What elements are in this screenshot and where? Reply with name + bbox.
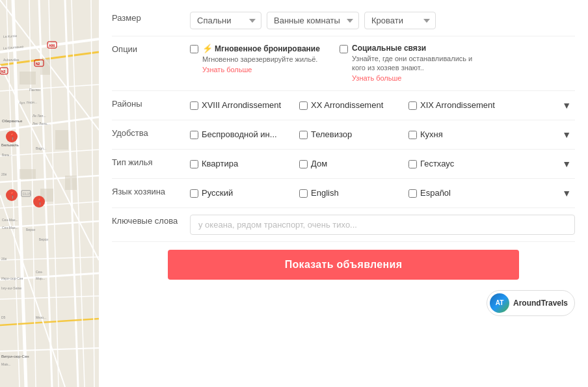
amenity-1-checkbox[interactable] [299, 131, 308, 139]
property-type-0-checkbox[interactable] [190, 160, 198, 168]
districts-more-button[interactable]: ▼ [558, 98, 575, 113]
size-dropdowns: Спальни Ванные комнаты Кровати [190, 12, 575, 29]
svg-text:Мор...: Мор... [36, 276, 45, 280]
filters-panel: Размер Спальни Ванные комнаты Кровати Оп… [99, 0, 588, 387]
svg-text:N2: N2 [1, 70, 6, 73]
svg-text:N2: N2 [36, 62, 40, 66]
instant-booking-option: ⚡ Мгновенное бронирование Мгновенно заре… [190, 43, 333, 84]
beds-dropdown[interactable]: Кровати [364, 12, 436, 29]
map-panel: La Courneuve La Kurnie Aubervilles Панте… [0, 0, 99, 387]
svg-text:D115: D115 [23, 192, 31, 196]
amenity-item-1: Телевизор [299, 129, 397, 139]
property-type-item-0: Квартира [190, 159, 287, 168]
social-connections-desc: Узнайте, где они останавливались и кого … [352, 54, 483, 73]
submit-button[interactable]: Показать объявления [168, 250, 519, 280]
host-lang-0-checkbox[interactable] [190, 189, 198, 198]
svg-text:Иври-сюр-Сен: Иври-сюр-Сен [1, 276, 23, 280]
bolt-icon: ⚡ [202, 43, 213, 55]
host-lang-1-label: English [311, 188, 339, 198]
svg-text:Мезо...: Мезо... [36, 315, 46, 319]
svg-rect-26 [20, 72, 36, 85]
districts-label: Районы [112, 98, 190, 109]
district-0-checkbox[interactable] [190, 101, 198, 110]
property-type-group: Квартира Дом Гестхаус ▼ [190, 156, 575, 172]
instant-booking-checkbox[interactable] [190, 45, 198, 53]
property-type-label: Тип жилья [112, 156, 190, 167]
amenities-more-button[interactable]: ▼ [558, 127, 575, 142]
instant-booking-learn-more[interactable]: Узнать больше [202, 65, 320, 75]
svg-text:Лec Лила...: Лec Лила... [33, 122, 49, 126]
amenities-label: Удобства [112, 127, 190, 138]
options-label: Опции [112, 43, 190, 54]
amenity-1-label: Телевизор [311, 129, 352, 139]
size-label: Размер [112, 12, 190, 23]
logo-circle-icon: AT [490, 293, 509, 313]
svg-text:D5: D5 [1, 315, 6, 319]
size-filter-row: Размер Спальни Ванные комнаты Кровати [112, 5, 575, 36]
property-type-1-checkbox[interactable] [299, 160, 308, 168]
amenity-item-2: Кухня [408, 129, 506, 139]
keywords-filter-row: Ключевые слова [112, 208, 575, 242]
amenity-0-checkbox[interactable] [190, 131, 198, 139]
host-lang-0-label: Русский [202, 188, 233, 198]
instant-booking-title: ⚡ Мгновенное бронирование [202, 43, 320, 55]
svg-text:📍: 📍 [8, 191, 17, 200]
district-item-0: XVIII Arrondissement [190, 100, 287, 110]
dropdown-group: Спальни Ванные комнаты Кровати [190, 12, 575, 29]
property-type-2-checkbox[interactable] [408, 160, 417, 168]
host-lang-2-checkbox[interactable] [408, 189, 417, 198]
svg-rect-28 [55, 130, 68, 150]
amenity-2-label: Кухня [420, 129, 443, 139]
district-1-label: XX Arrondissement [311, 100, 383, 110]
keywords-content [190, 215, 575, 235]
property-type-1-label: Дом [311, 159, 327, 168]
bathrooms-dropdown[interactable]: Ванные комнаты [267, 12, 359, 29]
property-type-filter-row: Тип жилья Квартира Дом Гестхаус ▼ [112, 150, 575, 179]
svg-text:Берси: Берси [39, 237, 48, 241]
host-lang-1-checkbox[interactable] [299, 189, 308, 198]
district-2-label: XIX Arrondissement [420, 100, 495, 110]
around-travels-logo: AT AroundTravels [487, 290, 575, 316]
svg-text:Обервилье: Обервилье [2, 119, 23, 123]
districts-group: XVIII Arrondissement XX Arrondissement X… [190, 98, 575, 113]
svg-text:📍: 📍 [36, 198, 44, 206]
svg-text:Лe Лил...: Лe Лил... [33, 114, 46, 118]
host-lang-more-button[interactable]: ▼ [558, 185, 575, 201]
bedrooms-dropdown[interactable]: Спальни [190, 12, 261, 29]
svg-text:Ivry-sur-Seine: Ivry-sur-Seine [1, 286, 21, 290]
host-lang-item-1: English [299, 188, 397, 198]
svg-text:Сен-: Сен- [36, 270, 43, 274]
social-connections-option: Социальные связи Узнайте, где они остана… [340, 43, 483, 84]
property-type-item-1: Дом [299, 159, 397, 168]
amenity-2-checkbox[interactable] [408, 131, 417, 139]
svg-text:Витри-сюр-Сен: Витри-сюр-Сен [1, 354, 29, 358]
social-connections-title: Социальные связи [352, 43, 483, 54]
amenity-item-0: Беспроводной ин... [190, 129, 287, 139]
logo-text: AroundTravels [513, 299, 568, 308]
property-type-0-label: Квартира [202, 159, 238, 168]
property-type-more-button[interactable]: ▼ [558, 156, 575, 172]
host-lang-item-0: Русский [190, 188, 287, 198]
options-content: ⚡ Мгновенное бронирование Мгновенно заре… [190, 43, 575, 84]
social-connections-learn-more[interactable]: Узнать больше [352, 73, 483, 83]
host-lang-group: Русский English Español ▼ [190, 185, 575, 201]
instant-booking-desc: Мгновенно зарезервируйте жильё. [202, 55, 320, 64]
keywords-label: Ключевые слова [112, 215, 190, 226]
host-lang-item-2: Español [408, 188, 506, 198]
district-item-1: XX Arrondissement [299, 100, 397, 110]
property-type-item-2: Гестхаус [408, 159, 506, 168]
district-0-label: XVIII Arrondissement [202, 100, 281, 110]
svg-rect-31 [65, 176, 77, 190]
district-2-checkbox[interactable] [408, 101, 417, 110]
svg-text:Bagn...: Bagn... [36, 146, 46, 150]
amenities-filter-row: Удобства Беспроводной ин... Телевизор Ку… [112, 120, 575, 150]
submit-row: Показать объявления [112, 242, 575, 286]
svg-text:20é: 20é [1, 172, 7, 176]
district-1-checkbox[interactable] [299, 101, 308, 110]
svg-text:Mais...: Mais... [1, 362, 11, 366]
district-item-2: XIX Arrondissement [408, 100, 506, 110]
social-connections-checkbox[interactable] [340, 45, 348, 53]
keywords-input[interactable] [190, 215, 575, 235]
amenity-0-label: Беспроводной ин... [202, 129, 277, 139]
property-type-2-label: Гестхаус [420, 159, 454, 168]
